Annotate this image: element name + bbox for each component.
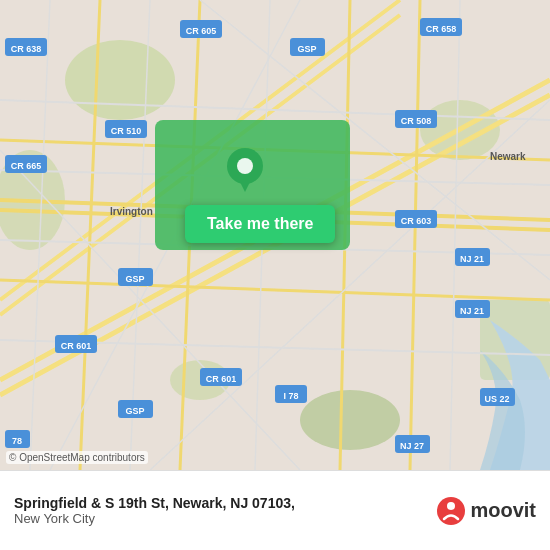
svg-text:GSP: GSP — [297, 44, 316, 54]
svg-text:NJ 21: NJ 21 — [460, 306, 484, 316]
footer: Springfield & S 19th St, Newark, NJ 0710… — [0, 470, 550, 550]
moovit-brand-icon — [437, 497, 465, 525]
svg-point-73 — [437, 497, 465, 525]
svg-text:CR 508: CR 508 — [401, 116, 432, 126]
copyright-text: © OpenStreetMap contributors — [6, 451, 148, 464]
map-pin — [227, 148, 263, 196]
footer-address: Springfield & S 19th St, Newark, NJ 0710… — [14, 495, 295, 511]
footer-text-block: Springfield & S 19th St, Newark, NJ 0710… — [14, 495, 295, 526]
moovit-brand-text: moovit — [470, 499, 536, 522]
svg-point-5 — [300, 390, 400, 450]
svg-text:GSP: GSP — [125, 406, 144, 416]
svg-point-74 — [447, 502, 455, 510]
map-container: CR 638 CR 605 GSP CR 658 CR 510 CR 508 C… — [0, 0, 550, 470]
footer-city: New York City — [14, 511, 295, 526]
svg-point-71 — [237, 158, 253, 174]
svg-text:CR 605: CR 605 — [186, 26, 217, 36]
svg-point-1 — [65, 40, 175, 120]
svg-text:I 78: I 78 — [283, 391, 298, 401]
svg-text:78: 78 — [12, 436, 22, 446]
svg-marker-72 — [237, 176, 253, 192]
svg-text:CR 658: CR 658 — [426, 24, 457, 34]
svg-text:NJ 27: NJ 27 — [400, 441, 424, 451]
svg-text:Newark: Newark — [490, 151, 526, 162]
svg-text:GSP: GSP — [125, 274, 144, 284]
svg-text:US 22: US 22 — [484, 394, 509, 404]
svg-text:NJ 21: NJ 21 — [460, 254, 484, 264]
svg-text:CR 510: CR 510 — [111, 126, 142, 136]
svg-text:CR 603: CR 603 — [401, 216, 432, 226]
svg-text:CR 601: CR 601 — [61, 341, 92, 351]
svg-text:Irvington: Irvington — [110, 206, 153, 217]
svg-text:CR 665: CR 665 — [11, 161, 42, 171]
take-me-there-button[interactable]: Take me there — [185, 205, 335, 243]
svg-text:CR 601: CR 601 — [206, 374, 237, 384]
moovit-logo: moovit — [437, 497, 536, 525]
svg-text:CR 638: CR 638 — [11, 44, 42, 54]
